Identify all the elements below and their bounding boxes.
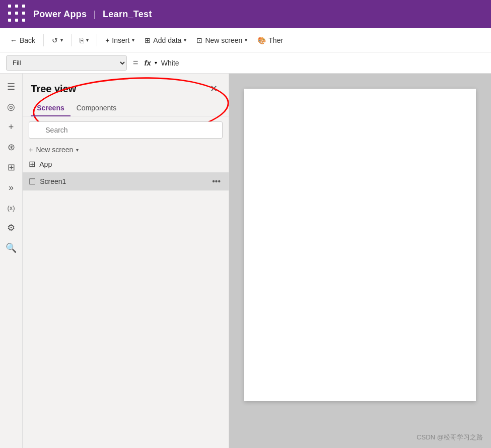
formula-bar: Fill = fx ▾ White [0, 52, 491, 74]
new-screen-tree-button[interactable]: + New screen ▾ [23, 144, 229, 156]
fx-chevron-icon: ▾ [155, 60, 157, 66]
toolbar: ← Back ↺ ▾ ⎘ ▾ + Insert ▾ ⊞ Add data ▾ ⊡… [0, 28, 491, 52]
add-icon: + [9, 122, 14, 133]
new-screen-plus-icon: + [29, 146, 33, 154]
tree-item-app[interactable]: ⊞ App [23, 156, 229, 172]
media-icon: ⊞ [8, 162, 15, 173]
hamburger-menu-icon: ☰ [7, 81, 15, 92]
search-container: 🔍 [29, 121, 223, 139]
undo-chevron: ▾ [60, 37, 63, 43]
app-launcher-button[interactable] [8, 5, 27, 24]
screen1-item-icon: ☐ [29, 177, 36, 186]
theme-button[interactable]: 🎨 Ther [253, 34, 287, 46]
fx-button[interactable]: fx ▾ [145, 58, 157, 67]
tree-item-screen1[interactable]: ☐ Screen1 ••• [23, 172, 229, 190]
tree-header: Tree view ✕ [23, 74, 229, 100]
tree-close-button[interactable]: ✕ [206, 82, 221, 96]
hamburger-menu-button[interactable]: ☰ [2, 78, 20, 96]
tree-tabs: Screens Components [23, 100, 229, 116]
toolbar-separator-1 [43, 34, 44, 46]
arrows-button[interactable]: » [2, 178, 20, 197]
equals-sign: = [133, 57, 138, 68]
app-name: Power Apps | Learn_Test [33, 9, 152, 20]
media-button[interactable]: ⊞ [2, 158, 20, 176]
fx-label: fx [145, 58, 151, 67]
tree-panel: Tree view ✕ Screens Components 🔍 + New s… [23, 74, 229, 448]
layers-button[interactable]: ◎ [2, 98, 20, 116]
controls-icon: ⚙ [7, 222, 15, 233]
tab-screens[interactable]: Screens [31, 100, 70, 116]
add-data-chevron-icon: ▾ [184, 37, 186, 43]
add-control-button[interactable]: + [2, 118, 20, 136]
undo-button[interactable]: ↺ ▾ [48, 34, 67, 46]
screen1-item-label: Screen1 [40, 177, 206, 185]
variable-icon: (x) [8, 204, 15, 212]
plus-icon: + [105, 36, 109, 44]
back-arrow-icon: ← [10, 36, 17, 44]
app-item-icon: ⊞ [29, 159, 35, 169]
search-input[interactable] [29, 121, 223, 139]
add-data-button[interactable]: ⊞ Add data ▾ [141, 34, 190, 46]
tree-view-title: Tree view [31, 83, 76, 95]
formula-value: White [161, 59, 485, 67]
controls-button[interactable]: ⚙ [2, 219, 20, 237]
tree-items: ⊞ App ☐ Screen1 ••• [23, 156, 229, 448]
arrows-icon: » [9, 182, 14, 193]
new-screen-chevron-icon: ▾ [245, 37, 247, 43]
watermark: CSDN @松哥学习之路 [416, 433, 483, 442]
property-dropdown[interactable]: Fill [6, 55, 127, 71]
grid-icon: ⊞ [145, 36, 151, 44]
new-screen-dropdown-icon: ▾ [76, 147, 79, 153]
tab-components[interactable]: Components [71, 100, 122, 116]
variable-button[interactable]: (x) [2, 199, 20, 217]
new-screen-button[interactable]: ⊡ New screen ▾ [192, 34, 251, 46]
copy-icon: ⎘ [80, 36, 84, 44]
back-button[interactable]: ← Back [6, 34, 39, 46]
toolbar-separator-3 [97, 34, 97, 46]
layers-icon: ◎ [7, 101, 15, 112]
insert-button[interactable]: + Insert ▾ [101, 34, 138, 46]
theme-icon: 🎨 [257, 36, 266, 44]
undo-icon: ↺ [52, 36, 58, 44]
data-icon: ⊛ [8, 142, 15, 153]
copy-chevron: ▾ [86, 37, 89, 43]
left-sidebar: ☰ ◎ + ⊛ ⊞ » (x) ⚙ 🔍 [0, 74, 23, 448]
search-sidebar-icon: 🔍 [6, 242, 17, 253]
top-bar: Power Apps | Learn_Test [0, 0, 491, 28]
search-wrap: 🔍 [23, 116, 229, 144]
main-area: ☰ ◎ + ⊛ ⊞ » (x) ⚙ 🔍 Tree view [0, 74, 491, 448]
app-item-label: App [39, 160, 223, 168]
screen1-more-button[interactable]: ••• [210, 176, 223, 187]
toolbar-separator-2 [71, 34, 72, 46]
search-sidebar-button[interactable]: 🔍 [2, 239, 20, 257]
new-screen-icon: ⊡ [196, 36, 202, 44]
copy-button[interactable]: ⎘ ▾ [76, 34, 93, 46]
canvas-area [229, 74, 491, 448]
insert-chevron-icon: ▾ [132, 37, 134, 43]
canvas-screen[interactable] [244, 89, 476, 401]
data-button[interactable]: ⊛ [2, 138, 20, 156]
